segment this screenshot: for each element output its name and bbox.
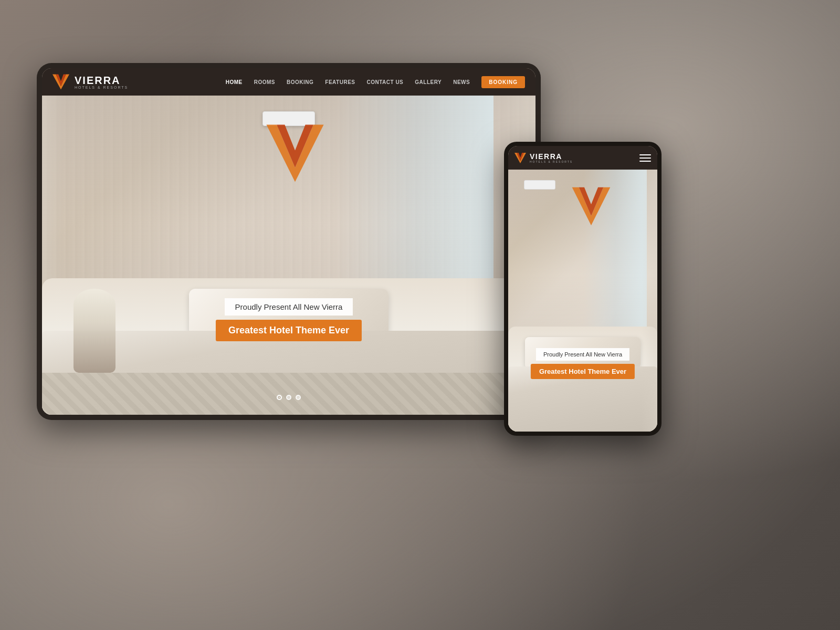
mobile-hero: Proudly Present All New Vierra Greatest …: [508, 170, 657, 432]
hamburger-line-1: [639, 154, 651, 155]
hero-text-container: Proudly Present All New Vierra Greatest …: [216, 298, 362, 341]
tablet-logo[interactable]: VIERRA HOTELS & RESORTS: [52, 74, 128, 90]
hamburger-line-2: [639, 158, 651, 159]
mobile-logo-subtitle: HOTELS & RESORTS: [530, 160, 573, 163]
lamp: [74, 289, 116, 373]
slider-dot-3[interactable]: [296, 395, 301, 400]
nav-booking[interactable]: BOOKING: [287, 79, 313, 85]
tablet-logo-subtitle: HOTELS & RESORTS: [75, 86, 128, 89]
tablet-frame: VIERRA HOTELS & RESORTS HOME ROOMS BOOKI…: [37, 63, 541, 420]
tablet-nav-links: HOME ROOMS BOOKING FEATURES CONTACT US G…: [226, 76, 525, 88]
mobile-hero-v-icon: [570, 185, 612, 227]
hero-subtitle: Proudly Present All New Vierra: [225, 298, 353, 316]
mobile-curtain-right: [642, 170, 657, 432]
mobile-hamburger-button[interactable]: [639, 154, 651, 162]
nav-contact[interactable]: CONTACT US: [366, 79, 403, 85]
hamburger-line-3: [639, 161, 651, 162]
slider-dots[interactable]: [277, 395, 301, 400]
nav-home[interactable]: HOME: [226, 79, 243, 85]
mobile-logo-v-icon: [514, 152, 526, 164]
nav-booking-button[interactable]: BOOKING: [481, 76, 525, 88]
rug: [42, 373, 536, 415]
nav-gallery[interactable]: GALLERY: [415, 79, 442, 85]
mobile-logo-title: VIERRA: [530, 153, 573, 160]
mobile-screen: VIERRA HOTELS & RESORTS: [508, 146, 657, 432]
hero-v-logo-icon: [264, 122, 327, 185]
mobile-hero-text-container: Proudly Present All New Vierra Greatest …: [531, 348, 635, 379]
mobile-hero-subtitle: Proudly Present All New Vierra: [536, 348, 629, 361]
tablet-logo-title: VIERRA: [75, 75, 128, 86]
tablet-screen: VIERRA HOTELS & RESORTS HOME ROOMS BOOKI…: [42, 68, 536, 415]
mobile-frame: VIERRA HOTELS & RESORTS: [504, 142, 662, 436]
mobile-bed: [508, 327, 657, 432]
mobile-hero-title: Greatest Hotel Theme Ever: [531, 364, 635, 379]
nav-rooms[interactable]: ROOMS: [254, 79, 275, 85]
hero-title: Greatest Hotel Theme Ever: [216, 320, 362, 341]
nav-news[interactable]: NEWS: [453, 79, 470, 85]
mobile-logo[interactable]: VIERRA HOTELS & RESORTS: [514, 152, 573, 164]
mobile-logo-text: VIERRA HOTELS & RESORTS: [530, 153, 573, 163]
slider-dot-1[interactable]: [277, 395, 282, 400]
nav-features[interactable]: FEATURES: [325, 79, 355, 85]
tablet-logo-v-icon: [52, 74, 69, 90]
mobile-navbar: VIERRA HOTELS & RESORTS: [508, 146, 657, 170]
tablet-hero: Proudly Present All New Vierra Greatest …: [42, 96, 536, 415]
tablet-logo-text: VIERRA HOTELS & RESORTS: [75, 75, 128, 89]
slider-dot-2[interactable]: [286, 395, 291, 400]
tablet-navbar: VIERRA HOTELS & RESORTS HOME ROOMS BOOKI…: [42, 68, 536, 96]
mobile-ac-unit: [524, 180, 555, 190]
